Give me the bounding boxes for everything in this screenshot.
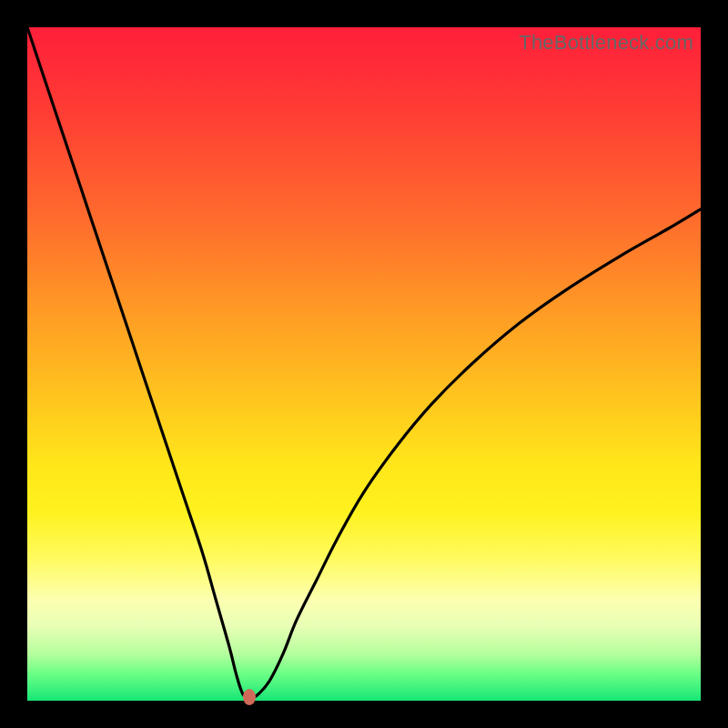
plot-area: TheBottleneck.com <box>27 27 701 701</box>
bottleneck-curve <box>27 27 701 698</box>
min-marker <box>243 689 256 705</box>
chart-frame: TheBottleneck.com <box>0 0 728 728</box>
curve-svg <box>27 27 701 701</box>
